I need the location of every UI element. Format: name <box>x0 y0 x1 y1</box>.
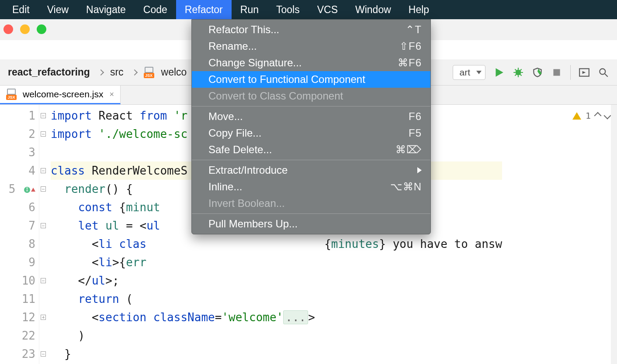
menu-item-pull-members-up[interactable]: Pull Members Up... <box>192 216 430 232</box>
maximize-window-icon[interactable] <box>37 24 46 34</box>
menu-item-label: Safe Delete... <box>208 144 272 156</box>
menu-item-refactor-this[interactable]: Refactor This...⌃T <box>192 21 430 38</box>
menubar: Edit View Navigate Code Refactor Run Too… <box>0 0 617 19</box>
jsx-file-icon <box>6 89 17 100</box>
tab-label: welcome-screen.jsx <box>23 89 103 100</box>
toolbar-right: art <box>453 65 617 80</box>
menu-item-inline[interactable]: Inline...⌥⌘N <box>192 179 430 195</box>
prev-highlight-icon[interactable] <box>594 112 602 120</box>
menu-item-label: Inline... <box>208 181 242 193</box>
menu-item-shortcut: F6 <box>409 110 422 123</box>
menu-separator <box>192 160 430 160</box>
fold-toggle-icon[interactable] <box>41 168 46 173</box>
toolbar-separator <box>570 65 571 80</box>
menu-item-change-signature[interactable]: Change Signature...⌘F6 <box>192 55 430 71</box>
menu-help[interactable]: Help <box>400 0 438 19</box>
line-number-gutter: 12345 I6789101112222324 <box>0 105 39 364</box>
menu-item-label: Extract/Introduce <box>208 164 288 176</box>
jsx-file-icon <box>144 67 154 78</box>
inspection-widget[interactable]: 1 <box>572 106 610 125</box>
menu-item-label: Change Signature... <box>208 57 302 69</box>
breadcrumb-file[interactable]: welco <box>161 66 187 78</box>
fold-toggle-icon[interactable] <box>41 113 46 118</box>
menu-item-shortcut: ⇧F6 <box>399 40 422 52</box>
breadcrumb-project[interactable]: react_refactoring <box>8 66 90 78</box>
warning-icon <box>572 112 581 120</box>
breadcrumb-folder[interactable]: src <box>110 66 124 78</box>
menu-item-move[interactable]: Move...F6 <box>192 108 430 125</box>
menu-item-convert-to-class-component: Convert to Class Component <box>192 88 430 104</box>
menu-item-shortcut: F5 <box>409 127 422 139</box>
menu-item-shortcut: ⌘⌦ <box>395 144 422 156</box>
code-line[interactable]: ) <box>51 326 502 345</box>
close-window-icon[interactable] <box>3 24 13 34</box>
chevron-right-icon <box>132 69 138 75</box>
fold-toggle-icon[interactable] <box>41 186 46 192</box>
menu-item-shortcut: ⌥⌘N <box>390 181 422 193</box>
run-config-label: art <box>459 67 470 78</box>
coverage-icon[interactable] <box>532 67 543 78</box>
run-config-dropdown[interactable]: art <box>453 65 485 80</box>
chevron-right-icon <box>98 69 104 75</box>
menu-item-convert-to-functional-component[interactable]: Convert to Functional Component <box>192 71 430 88</box>
menu-view[interactable]: View <box>38 0 77 19</box>
menu-refactor[interactable]: Refactor <box>176 0 232 19</box>
submenu-arrow-icon <box>417 167 422 173</box>
code-line[interactable]: <li>{err <box>51 253 502 271</box>
code-line[interactable]: <li clas {minutes} you have to answ <box>51 235 502 253</box>
fold-toggle-icon[interactable] <box>41 315 46 320</box>
debug-icon[interactable] <box>513 67 524 78</box>
fold-toggle-icon[interactable] <box>41 278 46 283</box>
menu-item-safe-delete[interactable]: Safe Delete...⌘⌦ <box>192 141 430 158</box>
window-traffic-lights <box>3 24 46 34</box>
next-highlight-icon[interactable] <box>604 112 611 120</box>
fold-gutter <box>39 105 47 364</box>
menu-run[interactable]: Run <box>232 0 267 19</box>
run-anything-icon[interactable] <box>579 67 590 78</box>
menu-separator <box>192 213 430 214</box>
menu-item-shortcut: ⌘F6 <box>398 57 422 69</box>
code-line[interactable]: return ( <box>51 290 502 308</box>
menu-item-invert-boolean: Invert Boolean... <box>192 195 430 212</box>
refactor-menu-dropdown: Refactor This...⌃TRename...⇧F6Change Sig… <box>191 19 431 234</box>
editor-scrollbar[interactable] <box>611 105 617 364</box>
menu-window[interactable]: Window <box>347 0 400 19</box>
menu-separator <box>192 106 430 106</box>
menu-item-label: Copy File... <box>208 127 261 139</box>
menu-item-label: Move... <box>208 110 243 123</box>
fold-toggle-icon[interactable] <box>41 223 46 228</box>
menu-item-shortcut: ⌃T <box>406 24 422 36</box>
warning-count: 1 <box>586 106 591 125</box>
menu-item-label: Convert to Class Component <box>208 90 343 102</box>
close-tab-icon[interactable]: × <box>109 90 114 99</box>
minimize-window-icon[interactable] <box>20 24 30 34</box>
menu-edit[interactable]: Edit <box>3 0 38 19</box>
breadcrumb: react_refactoring src welco <box>8 66 187 78</box>
menu-vcs[interactable]: VCS <box>308 0 347 19</box>
menu-item-label: Convert to Functional Component <box>208 73 365 86</box>
menu-item-copy-file[interactable]: Copy File...F5 <box>192 125 430 141</box>
svg-rect-1 <box>553 69 560 76</box>
menu-navigate[interactable]: Navigate <box>77 0 135 19</box>
menu-item-label: Refactor This... <box>208 24 279 36</box>
menu-tools[interactable]: Tools <box>267 0 308 19</box>
code-line[interactable]: <section className='welcome'...> <box>51 308 502 326</box>
run-icon[interactable] <box>493 67 505 78</box>
code-line[interactable]: </ul>; <box>51 271 502 290</box>
tab-welcome-screen[interactable]: welcome-screen.jsx × <box>0 86 121 104</box>
menu-item-label: Pull Members Up... <box>208 218 298 230</box>
fold-toggle-icon[interactable] <box>41 351 46 357</box>
menu-item-rename[interactable]: Rename...⇧F6 <box>192 38 430 55</box>
menu-code[interactable]: Code <box>135 0 176 19</box>
menu-item-label: Invert Boolean... <box>208 197 285 209</box>
menu-item-extract-introduce[interactable]: Extract/Introduce <box>192 162 430 179</box>
svg-point-3 <box>600 69 605 74</box>
stop-icon[interactable] <box>551 67 562 78</box>
menu-item-label: Rename... <box>208 40 257 52</box>
fold-toggle-icon[interactable] <box>41 131 46 137</box>
search-icon[interactable] <box>598 67 609 78</box>
code-line[interactable]: } <box>51 345 502 363</box>
chevron-down-icon <box>476 71 482 74</box>
